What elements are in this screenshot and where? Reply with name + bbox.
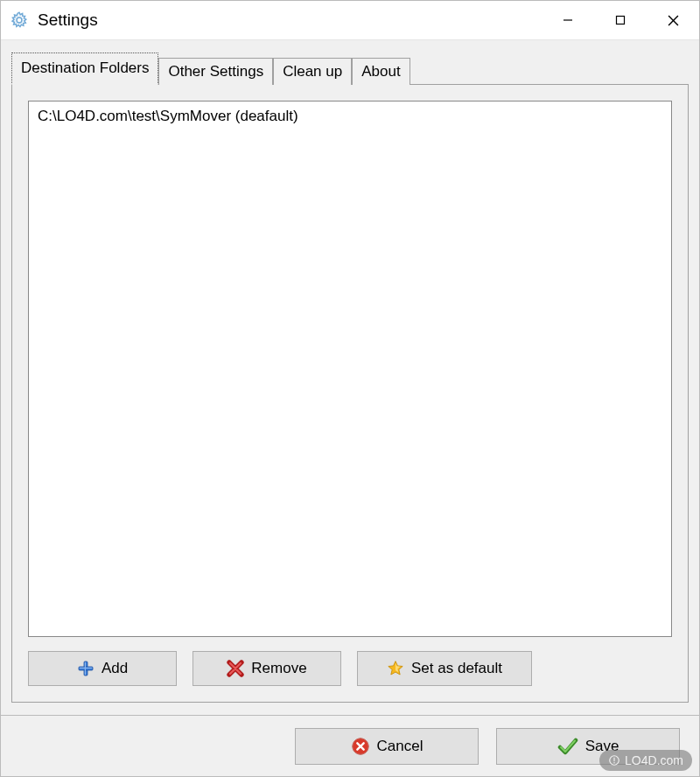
cancel-button[interactable]: Cancel xyxy=(295,728,479,765)
window-title: Settings xyxy=(38,10,542,30)
settings-window: Settings Destination Folders Other Setti… xyxy=(0,0,700,777)
dialog-footer: Cancel Save xyxy=(1,715,699,776)
tab-other-settings[interactable]: Other Settings xyxy=(158,58,273,85)
tab-about[interactable]: About xyxy=(352,58,410,85)
star-icon xyxy=(387,660,404,677)
minimize-button[interactable] xyxy=(542,1,594,39)
tab-destination-folders[interactable]: Destination Folders xyxy=(11,52,158,85)
remove-button-label: Remove xyxy=(251,660,306,677)
cancel-icon xyxy=(351,737,370,756)
tabstrip: Destination Folders Other Settings Clean… xyxy=(11,52,689,85)
x-icon xyxy=(227,660,244,677)
set-default-button-label: Set as default xyxy=(411,660,502,677)
check-icon xyxy=(557,736,578,757)
plus-icon xyxy=(77,660,94,677)
add-button-label: Add xyxy=(102,660,128,677)
tab-panel-destination-folders: C:\LO4D.com\test\SymMover (deafault) Add xyxy=(11,84,689,703)
folders-listbox[interactable]: C:\LO4D.com\test\SymMover (deafault) xyxy=(28,101,672,637)
watermark: LO4D.com xyxy=(599,750,692,771)
titlebar: Settings xyxy=(1,1,699,39)
window-controls xyxy=(542,1,699,39)
remove-button[interactable]: Remove xyxy=(192,651,341,686)
svg-rect-9 xyxy=(80,668,92,668)
tab-clean-up[interactable]: Clean up xyxy=(273,58,352,85)
list-item[interactable]: C:\LO4D.com\test\SymMover (deafault) xyxy=(36,107,664,126)
gear-icon xyxy=(10,10,29,30)
cancel-button-label: Cancel xyxy=(377,738,424,755)
folder-actions-row: Add Remove xyxy=(28,651,672,686)
watermark-icon xyxy=(608,754,620,766)
close-button[interactable] xyxy=(647,1,699,39)
watermark-text: LO4D.com xyxy=(625,753,683,767)
content-area: Destination Folders Other Settings Clean… xyxy=(1,39,699,715)
maximize-button[interactable] xyxy=(594,1,647,39)
svg-rect-3 xyxy=(617,17,625,24)
add-button[interactable]: Add xyxy=(28,651,177,686)
svg-point-1 xyxy=(17,18,22,23)
set-default-button[interactable]: Set as default xyxy=(357,651,532,686)
